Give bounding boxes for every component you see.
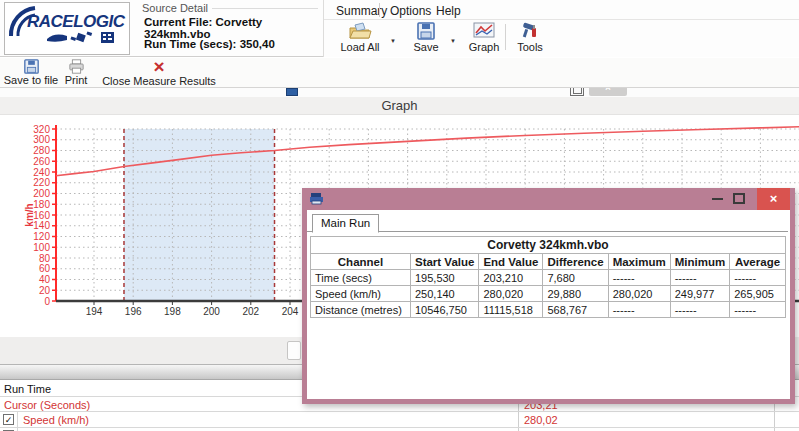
save-label: Save — [413, 41, 438, 53]
x-tick-label: 196 — [125, 306, 142, 317]
source-detail-label: Source Detail — [142, 2, 212, 14]
save-dropdown-arrow[interactable]: ▼ — [450, 38, 456, 44]
close-measure-results-button[interactable]: × Close Measure Results — [94, 59, 224, 87]
column-header: Average — [730, 254, 786, 270]
x-tick-label: 198 — [164, 306, 181, 317]
y-tick-label: 140 — [33, 220, 50, 231]
results-cell: 11115,518 — [479, 302, 543, 318]
car-icon — [47, 35, 67, 42]
load-all-dropdown-arrow[interactable]: ▼ — [390, 38, 396, 44]
load-all-button[interactable]: Load All — [334, 22, 386, 53]
tools-icon — [520, 22, 540, 40]
y-tick-label: 280 — [33, 145, 50, 156]
run-time-text: Run Time (secs): 350,40 — [144, 38, 275, 50]
results-table-title: Corvetty 324kmh.vbo — [311, 237, 786, 254]
menu-separator — [379, 3, 380, 17]
results-cell: ------ — [608, 302, 670, 318]
satellite-icon — [70, 31, 92, 42]
results-cell: 10546,750 — [410, 302, 478, 318]
graph-window-icon — [286, 88, 298, 96]
mdi-control-strip: × — [0, 88, 799, 97]
results-cell: 250,140 — [410, 286, 478, 302]
results-cell: 203,210 — [479, 270, 543, 286]
dialog-app-icon — [310, 192, 325, 205]
graph-label: Graph — [469, 41, 500, 53]
channel-checkbox[interactable]: ✓ — [3, 414, 14, 425]
results-cell: 29,880 — [543, 286, 608, 302]
y-tick-label: 240 — [33, 167, 50, 178]
channel-label: Run Time — [4, 383, 51, 395]
graph-icon — [473, 22, 495, 40]
menu-bar: Summary Options Help — [324, 0, 799, 20]
y-tick-label: 40 — [39, 274, 51, 285]
y-tick-label: 160 — [33, 210, 50, 221]
y-tick-label: 60 — [39, 263, 51, 274]
results-cell: ------ — [730, 302, 786, 318]
results-table: Corvetty 324kmh.vboChannelStart ValueEnd… — [310, 236, 786, 318]
floppy-disk-icon — [23, 59, 40, 74]
results-cell: Distance (metres) — [311, 302, 411, 318]
results-cell: 280,020 — [608, 286, 670, 302]
minimize-button[interactable] — [712, 198, 723, 200]
header-bar: RACELOGIC Source Detail Current File: Co… — [0, 0, 799, 57]
qr-code-icon — [101, 32, 114, 43]
results-row: Speed (km/h)250,140280,02029,880280,0202… — [311, 286, 786, 302]
results-cell: ------ — [608, 270, 670, 286]
menu-options[interactable]: Options — [386, 3, 435, 19]
y-axis-label: km/h — [24, 203, 35, 226]
y-tick-label: 320 — [33, 124, 50, 135]
column-header: Difference — [543, 254, 608, 270]
tab-main-run[interactable]: Main Run — [312, 214, 379, 233]
channel-value: 280,02 — [524, 414, 558, 426]
results-cell: Time (secs) — [311, 270, 411, 286]
close-button[interactable]: × — [757, 188, 790, 210]
menu-summary[interactable]: Summary — [332, 3, 391, 19]
load-all-label: Load All — [340, 41, 379, 53]
measure-results-dialog: × Main Run Corvetty 324kmh.vboChannelSta… — [302, 188, 795, 404]
splitter-button[interactable] — [287, 341, 301, 360]
checkbox-cell: ✓ — [0, 412, 18, 427]
maximize-button[interactable] — [733, 193, 745, 204]
y-tick-label: 180 — [33, 199, 50, 210]
x-tick-label: 200 — [203, 306, 220, 317]
results-row: Time (secs)195,530203,2107,680----------… — [311, 270, 786, 286]
tools-label: Tools — [517, 41, 543, 53]
measure-toolbar: Save to file Print × Close Measure Resul… — [0, 58, 799, 88]
save-to-file-button[interactable]: Save to file — [2, 59, 60, 86]
logo-wordmark: RACELOGIC — [27, 12, 125, 32]
y-tick-label: 220 — [33, 177, 50, 188]
tools-button[interactable]: Tools — [510, 22, 550, 53]
y-tick-label: 120 — [33, 231, 50, 242]
floppy-disk-icon — [416, 22, 436, 40]
graph-button[interactable]: Graph — [462, 22, 506, 53]
print-label: Print — [65, 74, 88, 86]
save-to-file-label: Save to file — [4, 74, 58, 86]
y-tick-label: 80 — [39, 253, 51, 264]
channel-row[interactable]: ✓Speed (km/h)280,02 — [0, 412, 799, 428]
dialog-content: Main Run Corvetty 324kmh.vboChannelStart… — [307, 210, 790, 399]
column-header: End Value — [479, 254, 543, 270]
close-x-icon: × — [94, 59, 224, 75]
y-tick-label: 100 — [33, 242, 50, 253]
results-cell: 280,020 — [479, 286, 543, 302]
results-cell: Speed (km/h) — [311, 286, 411, 302]
results-cell: 7,680 — [543, 270, 608, 286]
y-tick-label: 20 — [39, 285, 51, 296]
restore-window-button[interactable] — [570, 88, 584, 96]
dialog-titlebar[interactable]: × — [302, 188, 795, 210]
results-cell: 249,977 — [670, 286, 729, 302]
graph-window-title: Graph — [0, 97, 799, 114]
close-window-button[interactable]: × — [589, 88, 627, 96]
print-button[interactable]: Print — [60, 59, 92, 86]
save-button[interactable]: Save — [406, 22, 446, 53]
x-tick-label: 204 — [282, 306, 299, 317]
menu-help[interactable]: Help — [432, 3, 465, 19]
racelogic-logo: RACELOGIC — [4, 2, 130, 55]
current-file-text: Current File: Corvetty 324kmh.vbo — [144, 16, 322, 40]
channel-label: Cursor (Seconds) — [4, 399, 90, 411]
main-toolbar: Load All ▼ Save ▼ Graph — [324, 20, 799, 57]
printer-icon — [68, 59, 85, 74]
results-cell: ------ — [670, 302, 729, 318]
results-cell: 265,905 — [730, 286, 786, 302]
x-tick-label: 202 — [242, 306, 259, 317]
